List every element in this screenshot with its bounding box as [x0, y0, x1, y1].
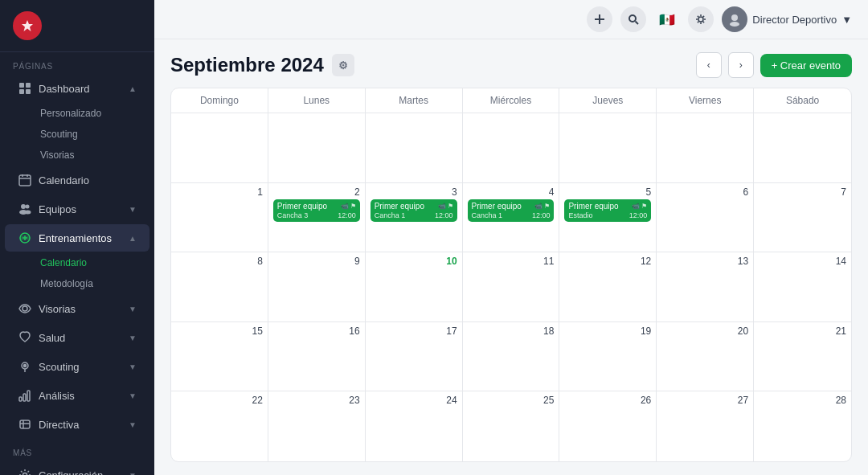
- calendar-cell-w4d6[interactable]: 28: [754, 391, 851, 461]
- calendar-grid: Domingo Lunes Martes Miércoles Jueves Vi…: [170, 88, 852, 462]
- calendar-cell-w0d2[interactable]: [366, 113, 463, 182]
- event-card-w1d4e0[interactable]: Primer equipo📹⚑Estadio12:00: [564, 199, 651, 222]
- calendar-cell-w3d6[interactable]: 21: [754, 322, 851, 391]
- calendar-cell-w1d2[interactable]: 3Primer equipo📹⚑Cancha 112:00: [366, 183, 463, 252]
- event-video-icon: 📹: [438, 203, 446, 210]
- calendar-cell-w3d1[interactable]: 16: [268, 322, 366, 391]
- theme-toggle[interactable]: [688, 6, 714, 32]
- calendar-cell-w1d0[interactable]: 1: [171, 183, 268, 252]
- sidebar-sub-calendario[interactable]: Calendario: [5, 253, 149, 272]
- sidebar-item-dashboard[interactable]: Dashboard ▲: [5, 75, 149, 102]
- prev-month-button[interactable]: ‹: [696, 52, 722, 78]
- calendar-cell-w0d3[interactable]: [463, 113, 560, 182]
- calendar-icon: [18, 173, 32, 187]
- calendar-cell-w0d1[interactable]: [268, 113, 366, 182]
- user-avatar: [722, 6, 747, 32]
- sidebar-sub-visorias-dash[interactable]: Visorias: [5, 145, 149, 165]
- svg-rect-5: [26, 89, 31, 94]
- sidebar-item-calendario-label: Calendario: [39, 174, 89, 186]
- sidebar-item-directiva[interactable]: Directiva ▼: [5, 411, 149, 438]
- calendar-cell-w1d6[interactable]: 7: [754, 183, 851, 252]
- sidebar-item-visorias-left: Visorias: [18, 301, 76, 316]
- event-card-w1d3e0[interactable]: Primer equipo📹⚑Cancha 112:00: [468, 199, 555, 222]
- event-card-w1d1e0[interactable]: Primer equipo📹⚑Cancha 312:00: [273, 199, 360, 222]
- svg-line-30: [636, 22, 639, 25]
- calendar-header: Septiembre 2024 ⚙ ‹ › + Crear evento: [170, 52, 852, 78]
- search-button[interactable]: [620, 6, 646, 32]
- cell-date-22: 22: [176, 395, 263, 406]
- add-button[interactable]: [587, 6, 612, 32]
- cell-date-15: 15: [176, 326, 263, 337]
- sidebar-item-entrenamientos[interactable]: Entrenamientos ▲: [5, 224, 149, 252]
- calendar-cell-w2d4[interactable]: 12: [559, 252, 657, 321]
- user-menu[interactable]: Director Deportivo ▼: [722, 6, 852, 32]
- user-chevron: ▼: [841, 14, 852, 26]
- calendar-cell-w2d3[interactable]: 11: [463, 252, 560, 321]
- calendar-cell-w1d3[interactable]: 4Primer equipo📹⚑Cancha 112:00: [463, 183, 560, 252]
- event-flag-icon: ⚑: [350, 203, 356, 210]
- sidebar-sub-scouting-dash[interactable]: Scouting: [5, 125, 149, 144]
- cell-date-23: 23: [273, 395, 360, 406]
- cell-date-7: 7: [759, 186, 846, 198]
- calendar-cell-w2d1[interactable]: 9: [268, 252, 366, 321]
- sidebar-sub-metodologia[interactable]: Metodología: [5, 274, 149, 293]
- calendar-cell-w1d5[interactable]: 6: [657, 183, 754, 252]
- calendar-cell-w3d3[interactable]: 18: [463, 322, 560, 391]
- cell-date-21: 21: [759, 326, 846, 337]
- event-video-icon: 📹: [341, 203, 349, 210]
- equipos-chevron: ▼: [129, 205, 137, 214]
- create-event-label: + Crear evento: [772, 59, 841, 72]
- scouting-chevron: ▼: [129, 362, 137, 371]
- calendar-cell-w2d2[interactable]: 10: [366, 252, 463, 321]
- calendar-cell-w0d5[interactable]: [657, 113, 754, 182]
- calendar-settings-button[interactable]: ⚙: [332, 54, 354, 76]
- calendar-cell-w4d3[interactable]: 25: [463, 391, 560, 461]
- calendar-cell-w4d1[interactable]: 23: [268, 391, 366, 461]
- sidebar-item-analisis[interactable]: Análisis ▼: [5, 382, 149, 409]
- sidebar-item-dashboard-left: Dashboard: [18, 81, 90, 96]
- calendar-cell-w0d4[interactable]: [559, 113, 657, 182]
- calendar-days-header: Domingo Lunes Martes Miércoles Jueves Vi…: [171, 88, 851, 113]
- sidebar-item-configuracion-left: Configuración: [18, 468, 103, 475]
- calendar-cell-w3d4[interactable]: 19: [559, 322, 657, 391]
- flag-icon[interactable]: 🇲🇽: [654, 6, 680, 32]
- calendar-nav: ‹ › + Crear evento: [696, 52, 852, 78]
- cell-date-6: 6: [661, 186, 748, 198]
- day-header-sabado: Sábado: [754, 88, 851, 113]
- cell-date-19: 19: [564, 326, 651, 337]
- calendar-cell-w4d4[interactable]: 26: [559, 391, 657, 461]
- calendar-cell-w0d0[interactable]: [171, 113, 268, 182]
- svg-rect-3: [26, 83, 31, 88]
- calendar-cell-w2d5[interactable]: 13: [657, 252, 754, 321]
- sidebar-item-scouting[interactable]: Scouting ▼: [5, 353, 149, 380]
- cell-date-27: 27: [661, 395, 748, 406]
- calendar-cell-w4d0[interactable]: 22: [171, 391, 268, 461]
- event-card-top: Primer equipo📹⚑: [277, 202, 356, 211]
- sidebar-sub-personalizado[interactable]: Personalizado: [5, 104, 149, 123]
- calendar-cell-w2d0[interactable]: 8: [171, 252, 268, 321]
- calendar-cell-w4d5[interactable]: 27: [657, 391, 754, 461]
- event-title: Primer equipo: [375, 202, 424, 211]
- calendar-cell-w3d5[interactable]: 20: [657, 322, 754, 391]
- create-event-button[interactable]: + Crear evento: [760, 54, 852, 77]
- calendar-cell-w4d2[interactable]: 24: [366, 391, 463, 461]
- sidebar-item-equipos[interactable]: Equipos ▼: [5, 195, 149, 223]
- calendar-cell-w3d2[interactable]: 17: [366, 322, 463, 391]
- event-icons: 📹⚑: [341, 203, 356, 210]
- event-card-w1d2e0[interactable]: Primer equipo📹⚑Cancha 112:00: [371, 199, 457, 222]
- calendar-cell-w0d6[interactable]: [754, 113, 851, 182]
- salud-chevron: ▼: [129, 334, 137, 342]
- calendar-cell-w2d6[interactable]: 14: [754, 252, 851, 321]
- cell-date-8: 8: [176, 256, 263, 267]
- sidebar-item-visorias[interactable]: Visorias ▼: [5, 295, 149, 322]
- sidebar-item-salud[interactable]: Salud ▼: [5, 324, 149, 351]
- calendar-cell-w1d1[interactable]: 2Primer equipo📹⚑Cancha 312:00: [268, 183, 366, 252]
- next-month-button[interactable]: ›: [728, 52, 754, 78]
- sidebar-item-configuracion[interactable]: Configuración ▼: [5, 461, 149, 475]
- calendar-cell-w1d4[interactable]: 5Primer equipo📹⚑Estadio12:00: [559, 183, 657, 252]
- calendar-week-0: [171, 113, 851, 183]
- sidebar-item-calendario[interactable]: Calendario: [5, 166, 149, 194]
- cell-date-16: 16: [273, 326, 360, 337]
- calendar-cell-w3d0[interactable]: 15: [171, 322, 268, 391]
- logo-icon: [18, 17, 36, 35]
